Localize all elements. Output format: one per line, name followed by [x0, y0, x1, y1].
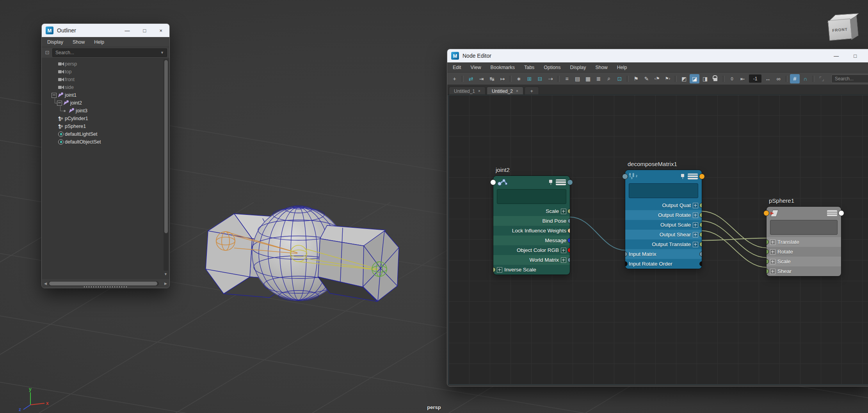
wire-worldmatrix-to-inputmatrix[interactable]	[570, 217, 625, 250]
tab-close-icon[interactable]: ×	[516, 89, 518, 93]
row-input-matrix[interactable]: Input Matrix	[625, 249, 702, 259]
menu-help[interactable]: Help	[617, 65, 627, 70]
layout-columns-icon[interactable]: ▤	[573, 74, 582, 83]
minimize-button[interactable]: —	[125, 28, 130, 33]
scroll-right-icon[interactable]: ▶	[164, 282, 167, 285]
input-port[interactable]	[767, 239, 769, 245]
row-input-rotate-order[interactable]: Input Rotate Order	[625, 259, 702, 269]
expand-icon[interactable]	[693, 203, 698, 208]
outliner-item-defaultobjectset[interactable]: defaultObjectSet	[42, 138, 169, 146]
row-output-scale[interactable]: Output Scale	[625, 220, 702, 230]
node-header[interactable]	[767, 207, 841, 219]
menu-bookmarks[interactable]: Bookmarks	[490, 65, 515, 70]
menu-options[interactable]: Options	[544, 65, 560, 70]
output-port[interactable]	[567, 257, 570, 262]
node-editor-titlebar[interactable]: M Node Editor — □	[447, 49, 868, 62]
layout-rows-icon[interactable]: ≡	[562, 74, 572, 83]
menu-display[interactable]: Display	[570, 65, 586, 70]
bookmark-add-icon[interactable]: ⚑	[631, 74, 641, 83]
snap-grid-icon[interactable]: #	[790, 74, 800, 83]
input-port[interactable]	[767, 259, 769, 264]
lock-icon[interactable]	[711, 74, 720, 83]
graph-output-icon[interactable]: ↦	[498, 74, 507, 83]
row-world-matrix[interactable]: World Matrix	[493, 255, 570, 265]
menu-display[interactable]: Display	[47, 39, 63, 45]
output-port[interactable]	[567, 228, 570, 233]
add-selected-icon[interactable]: ∗	[514, 74, 524, 83]
menu-help[interactable]: Help	[94, 39, 104, 45]
expand-icon[interactable]	[770, 269, 776, 274]
bookmark-edit-icon[interactable]: ✎	[642, 74, 651, 83]
frame-selection-icon[interactable]: ⊡	[615, 74, 624, 83]
input-port[interactable]	[767, 249, 769, 254]
row-lock-influence-weights[interactable]: Lock Influence Weights	[493, 226, 570, 236]
outliner-search-input[interactable]: Search... ▼	[52, 48, 167, 57]
outliner-item-joint1[interactable]: joint1	[42, 91, 169, 99]
row-translate[interactable]: Translate	[767, 237, 841, 247]
menu-view[interactable]: View	[471, 65, 481, 70]
expand-icon[interactable]	[561, 248, 566, 253]
outliner-item-side[interactable]: side	[42, 83, 169, 91]
display-all-icon[interactable]: ◨	[700, 74, 710, 83]
node-menu-icon[interactable]	[827, 210, 837, 216]
outliner-item-psphere1[interactable]: pSphere1	[42, 122, 169, 130]
filter-icon[interactable]: ⊡	[44, 50, 50, 55]
expand-icon[interactable]	[693, 222, 698, 228]
input-port[interactable]	[490, 179, 496, 185]
traversal-input-icon[interactable]: ⇤	[738, 74, 747, 83]
output-port[interactable]	[567, 179, 573, 185]
tab-close-icon[interactable]: ×	[478, 89, 480, 93]
output-port[interactable]	[699, 213, 702, 218]
layout-free-icon[interactable]: ≣	[594, 74, 603, 83]
horizontal-scrollbar[interactable]	[48, 281, 159, 286]
create-node-icon[interactable]: +	[450, 74, 459, 83]
pin-icon[interactable]	[549, 179, 553, 185]
input-port[interactable]	[625, 252, 628, 257]
vertical-scrollbar-thumb[interactable]	[164, 60, 168, 233]
row-object-color-rgb[interactable]: Object Color RGB	[493, 245, 570, 255]
outliner-item-persp[interactable]: persp	[42, 60, 169, 68]
tab-untitled-1[interactable]: Untitled_1 ×	[449, 87, 486, 95]
row-bind-pose[interactable]: Bind Pose	[493, 216, 570, 226]
tab-add[interactable]: +	[525, 87, 539, 95]
add-to-graph-icon[interactable]: ⊞	[525, 74, 534, 83]
input-port[interactable]	[767, 269, 769, 274]
expand-icon[interactable]	[497, 267, 502, 273]
outliner-item-pcylinder1[interactable]: pCylinder1	[42, 115, 169, 122]
menu-show[interactable]: Show	[595, 65, 607, 70]
pin-icon[interactable]	[681, 174, 685, 179]
viewcube-front-face[interactable]: FRONT	[828, 19, 852, 41]
tab-untitled-2[interactable]: Untitled_2 ×	[487, 87, 523, 95]
scroll-left-icon[interactable]: ◀	[44, 282, 47, 285]
menu-show[interactable]: Show	[73, 39, 85, 45]
output-port[interactable]	[699, 252, 702, 257]
row-output-quat[interactable]: Output Quat	[625, 200, 702, 210]
expand-icon[interactable]	[693, 213, 698, 218]
output-port[interactable]	[699, 222, 702, 227]
node-name-field[interactable]	[497, 189, 566, 204]
search-dropdown-icon[interactable]: ▼	[160, 51, 164, 55]
output-port[interactable]	[567, 218, 570, 223]
outliner-titlebar[interactable]: M Outliner — □ ×	[42, 24, 169, 37]
wire-outputshear-to-shear[interactable]	[702, 231, 767, 268]
node-graph-canvas[interactable]: joint2 Scale	[448, 94, 868, 385]
output-port[interactable]	[567, 238, 570, 243]
node-decomposematrix1[interactable]: decomposeMatrix1 0 0 1 0 2 3 Output Quat…	[625, 170, 702, 269]
node-joint2[interactable]: joint2 Scale	[493, 176, 570, 275]
bookmark-next-icon[interactable]: ⚑›	[663, 74, 672, 83]
node-psphere1[interactable]: pSphere1 Translate Rotate	[767, 207, 841, 276]
sync-selection-icon[interactable]: ⇄	[466, 74, 476, 83]
node-header[interactable]: 0 0 1 0 2 3	[625, 170, 702, 183]
input-port[interactable]	[625, 261, 628, 266]
snap-magnet-icon[interactable]: ∩	[800, 74, 810, 83]
output-port[interactable]	[699, 232, 702, 237]
traversal-bidirectional-icon[interactable]: ↔	[763, 74, 773, 83]
row-shear[interactable]: Shear	[767, 266, 841, 276]
viewcube[interactable]: FRONT	[827, 9, 863, 42]
outliner-item-front[interactable]: front	[42, 76, 169, 83]
output-port[interactable]	[699, 242, 702, 247]
region-select-icon[interactable]: ⌜⌟	[817, 74, 827, 83]
maximize-button[interactable]: □	[143, 28, 146, 33]
minimize-button[interactable]: —	[834, 53, 839, 58]
row-scale[interactable]: Scale	[767, 257, 841, 266]
